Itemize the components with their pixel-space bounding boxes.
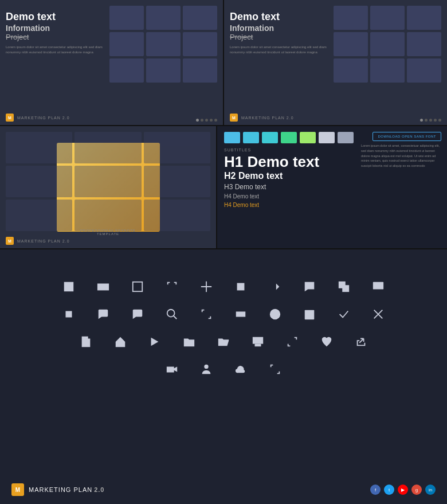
square-sm-icon[interactable] bbox=[232, 278, 249, 295]
swatch-teal bbox=[262, 132, 278, 143]
typo-h4-accent: H4 Demo text bbox=[224, 201, 440, 209]
dot bbox=[205, 119, 208, 122]
square-icon[interactable] bbox=[60, 278, 77, 295]
swatch-green bbox=[281, 132, 297, 143]
swatch-light bbox=[319, 132, 335, 143]
dot bbox=[196, 119, 199, 122]
icon-row-3 bbox=[77, 333, 370, 350]
slide2-subtitle: Information bbox=[230, 24, 441, 33]
square-sm2-icon[interactable] bbox=[60, 306, 77, 323]
close-x-icon[interactable] bbox=[370, 306, 387, 323]
note-corner-icon[interactable] bbox=[77, 333, 95, 350]
share-arrow-icon[interactable] bbox=[352, 333, 370, 350]
svg-rect-6 bbox=[373, 282, 383, 290]
slide1-project: Project bbox=[6, 33, 217, 41]
slide-yellow-footer-text: MARKETING PLAN 2.0 bbox=[17, 239, 70, 243]
svg-rect-2 bbox=[133, 282, 143, 292]
slide1-footer-text: MARKETING PLAN 2.0 bbox=[17, 116, 70, 120]
folder-open-icon[interactable] bbox=[215, 333, 232, 350]
slide-preview-2[interactable]: Demo text Information Project Lorem ipsu… bbox=[224, 0, 447, 125]
grid-cell bbox=[334, 58, 368, 83]
desktop-screen-icon[interactable] bbox=[249, 333, 266, 350]
circle-icon[interactable] bbox=[266, 306, 284, 323]
slide1-dots bbox=[196, 119, 217, 122]
footer-brand: MARKETING PLAN2.0 bbox=[29, 486, 104, 493]
svg-rect-7 bbox=[66, 311, 72, 318]
corner-br2-icon[interactable] bbox=[266, 361, 284, 378]
video-camera-icon[interactable] bbox=[163, 361, 181, 378]
slide2-logo: M bbox=[230, 114, 238, 122]
square-overlap-icon[interactable] bbox=[335, 278, 352, 295]
typo-body: Lorem ipsum dolor sit amet, consectetuar… bbox=[361, 143, 441, 169]
svg-rect-5 bbox=[342, 285, 349, 292]
icons-grid bbox=[23, 261, 424, 378]
person-user-icon[interactable] bbox=[198, 361, 215, 378]
calendar-sq-icon[interactable] bbox=[301, 306, 318, 323]
svg-rect-0 bbox=[64, 282, 74, 292]
youtube-icon[interactable]: ▶ bbox=[398, 485, 408, 495]
svg-point-8 bbox=[135, 312, 136, 314]
icons-section: M MARKETING PLAN2.0 f t ▶ g in bbox=[0, 249, 447, 502]
slide1-body: Lorem ipsum dolor sit amet consectetur a… bbox=[6, 45, 109, 54]
cloud-icon[interactable] bbox=[232, 361, 249, 378]
facebook-icon[interactable]: f bbox=[370, 485, 381, 495]
rect-sm-icon[interactable] bbox=[232, 306, 249, 323]
icon-row-2 bbox=[60, 306, 387, 323]
swatch-blue bbox=[224, 132, 240, 143]
footer-left: M MARKETING PLAN2.0 bbox=[11, 483, 104, 496]
slide1-subtitle: Information bbox=[6, 24, 217, 33]
twitter-icon[interactable]: t bbox=[384, 485, 394, 495]
slide-yellow-logo: M bbox=[6, 237, 14, 245]
checkmark-icon[interactable] bbox=[335, 306, 352, 323]
bottom-footer: M MARKETING PLAN2.0 f t ▶ g in bbox=[0, 483, 447, 496]
chat-bubble-sq-icon[interactable] bbox=[301, 278, 318, 295]
heart-icon[interactable] bbox=[318, 333, 335, 350]
corner-tl-icon[interactable] bbox=[284, 333, 301, 350]
grid-cell bbox=[370, 58, 405, 83]
chat-bubble-round-icon[interactable] bbox=[95, 306, 112, 323]
slide1-logo: M bbox=[6, 114, 14, 122]
home-house-icon[interactable] bbox=[112, 333, 129, 350]
linkedin-icon[interactable]: in bbox=[425, 485, 436, 495]
footer-social: f t ▶ g in bbox=[370, 485, 436, 495]
plus-cross-icon[interactable] bbox=[198, 278, 215, 295]
swatch-cyan bbox=[243, 132, 259, 143]
icon-row-4 bbox=[163, 361, 284, 378]
slide2-footer-text: MARKETING PLAN 2.0 bbox=[241, 116, 294, 120]
slide-yellow[interactable]: PROFESSIONAL KEYNOTETEMPLATE M MARKETING… bbox=[0, 126, 217, 248]
swatch-lime bbox=[300, 132, 316, 143]
grid-cell bbox=[407, 58, 441, 83]
chat-bubble-dots-icon[interactable] bbox=[129, 306, 146, 323]
dot bbox=[429, 119, 432, 122]
svg-rect-3 bbox=[237, 283, 245, 291]
typo-h3: H3 Demo text bbox=[224, 182, 440, 192]
monitor-icon[interactable] bbox=[370, 278, 387, 295]
search-zoom-icon[interactable] bbox=[163, 306, 181, 323]
triangle-arrow-icon[interactable] bbox=[146, 333, 163, 350]
folder-icon[interactable] bbox=[181, 333, 198, 350]
dot bbox=[210, 119, 213, 122]
rect-wide-icon[interactable] bbox=[95, 278, 112, 295]
grid-cell bbox=[183, 58, 217, 83]
dot bbox=[214, 119, 217, 122]
typo-h4: H4 Demo text bbox=[224, 192, 440, 201]
corner-br-icon[interactable] bbox=[198, 306, 215, 323]
svg-rect-13 bbox=[236, 311, 246, 317]
dot bbox=[438, 119, 441, 122]
grid-cell bbox=[146, 58, 181, 83]
arrow-right-icon[interactable] bbox=[266, 278, 284, 295]
dot bbox=[434, 119, 437, 122]
svg-rect-17 bbox=[255, 344, 261, 347]
slide-yellow-footer: M MARKETING PLAN 2.0 bbox=[6, 237, 70, 245]
slide-preview-1[interactable]: Demo text Information Project Lorem ipsu… bbox=[0, 0, 224, 125]
svg-rect-1 bbox=[97, 284, 109, 291]
download-button[interactable]: DOWNLOAD OPEN SANS FONT bbox=[372, 132, 441, 141]
icon-row-1 bbox=[60, 278, 387, 295]
square-outline-icon[interactable] bbox=[129, 278, 146, 295]
slide-typo[interactable]: DOWNLOAD OPEN SANS FONT SUBTITLES H1 Dem… bbox=[217, 126, 447, 248]
svg-rect-15 bbox=[305, 310, 315, 320]
corner-bracket-icon[interactable] bbox=[163, 278, 181, 295]
svg-line-12 bbox=[174, 316, 177, 319]
googleplus-icon[interactable]: g bbox=[411, 485, 422, 495]
slide2-title: Demo text bbox=[230, 10, 441, 24]
